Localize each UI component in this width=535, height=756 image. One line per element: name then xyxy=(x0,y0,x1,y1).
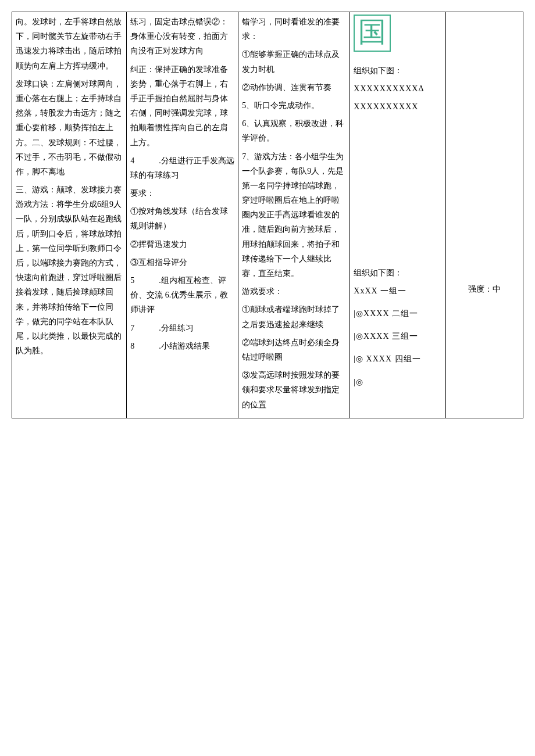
text-block: ②挥臂迅速发力 xyxy=(130,237,234,252)
group-line: |◎XXXX 三组一 xyxy=(354,329,442,343)
intensity-column: 强度：中 xyxy=(446,12,523,418)
text-block: ①颠球或者端球跑时球掉了之后要迅速捡起来继续 xyxy=(242,302,346,331)
group-line: |◎XXXX 二组一 xyxy=(354,306,442,321)
text-block: 错学习，同时看谁发的准要求： xyxy=(242,15,346,44)
text-block: ①按对角线发球（结合发球规则讲解） xyxy=(130,204,234,233)
lesson-plan-table: 向。发球时，左手将球自然放下，同时髋关节左旋带动右手迅速发力将球击出，随后球拍顺… xyxy=(12,12,523,418)
list-item: 5 .组内相互检查、评价、交流 6.优秀生展示，教师讲评 xyxy=(130,273,234,317)
group-line: |◎ xyxy=(354,375,442,389)
organization-label: 组织如下图： xyxy=(354,266,442,280)
text-block: ②动作协调、连贯有节奏 xyxy=(242,80,346,95)
text-block: 游戏要求： xyxy=(242,284,346,299)
list-item: 7 .分组练习 xyxy=(130,321,234,335)
formation-line: XXXXXXXXXX xyxy=(354,99,442,114)
text-block: 练习，固定击球点错误②：身体重心没有转变，拍面方向没有正对发球方向 xyxy=(130,15,234,59)
item-text: .组内相互检查、评价、交流 6.优秀生展示，教师讲评 xyxy=(130,276,228,314)
content-column-1: 向。发球时，左手将球自然放下，同时髋关节左旋带动右手迅速发力将球击出，随后球拍顺… xyxy=(12,12,127,418)
item-number: 8 xyxy=(130,342,134,350)
intensity-label: 强度：中 xyxy=(450,282,519,296)
group-line: XxXX 一组一 xyxy=(354,284,442,298)
item-text: .小结游戏结果 xyxy=(159,342,210,350)
text-block: ①能够掌握正确的击球点及发力时机 xyxy=(242,47,346,76)
item-number: 5 xyxy=(130,276,134,285)
text-block: ③发高远球时按照发球的要领和要求尽量将球发到指定的位置 xyxy=(242,368,346,412)
group-line: |◎ XXXX 四组一 xyxy=(354,352,442,366)
formation-line: XXXXXXXXXXΔ xyxy=(354,81,442,96)
list-item: 4 .分组进行正手发高远球的有球练习 xyxy=(130,153,234,182)
content-column-2: 练习，固定击球点错误②：身体重心没有转变，拍面方向没有正对发球方向 纠正：保持正… xyxy=(127,12,238,418)
lesson-plan-page: 向。发球时，左手将球自然放下，同时髋关节左旋带动右手迅速发力将球击出，随后球拍顺… xyxy=(12,12,523,418)
guo-character-box: 国 xyxy=(354,15,391,52)
item-text: .分组进行正手发高远球的有球练习 xyxy=(130,156,234,180)
text-block: 5、听口令完成动作。 xyxy=(242,98,346,113)
content-column-3: 错学习，同时看谁发的准要求： ①能够掌握正确的击球点及发力时机 ②动作协调、连贯… xyxy=(238,12,350,418)
text-block: 6、认真观察，积极改进，科学评价。 xyxy=(242,116,346,145)
item-number: 7 xyxy=(130,324,134,332)
organization-label: 组织如下图： xyxy=(354,63,442,78)
text-block: 发球口诀：左肩侧对球网向，重心落在右腿上；左手持球自然落，转股发力击远方；随之重… xyxy=(16,77,123,179)
list-item: 8 .小结游戏结果 xyxy=(130,339,234,353)
text-block: ②端球到达终点时必须全身钻过呼啦圈 xyxy=(242,335,346,364)
text-block: 三、游戏：颠球、发球接力赛游戏方法：将学生分成6组9人一队，分别成纵队站在起跑线… xyxy=(16,182,123,358)
organization-column: 国 组织如下图： XXXXXXXXXXΔ XXXXXXXXXX 组织如下图： X… xyxy=(350,12,446,418)
text-block: 纠正：保持正确的发球准备姿势，重心落于右脚上，右手正手握拍自然屈肘与身体右侧，同… xyxy=(130,62,234,150)
item-text: .分组练习 xyxy=(159,324,194,332)
text-block: ③互相指导评分 xyxy=(130,255,234,270)
text-block: 向。发球时，左手将球自然放下，同时髋关节左旋带动右手迅速发力将球击出，随后球拍顺… xyxy=(16,15,123,73)
text-block: 7、游戏方法：各小组学生为一个队参赛，每队9人，先是第一名同学持球拍端球跑，穿过… xyxy=(242,149,346,281)
table-row: 向。发球时，左手将球自然放下，同时髋关节左旋带动右手迅速发力将球击出，随后球拍顺… xyxy=(12,12,523,418)
text-block: 要求： xyxy=(130,186,234,200)
item-number: 4 xyxy=(130,156,134,165)
